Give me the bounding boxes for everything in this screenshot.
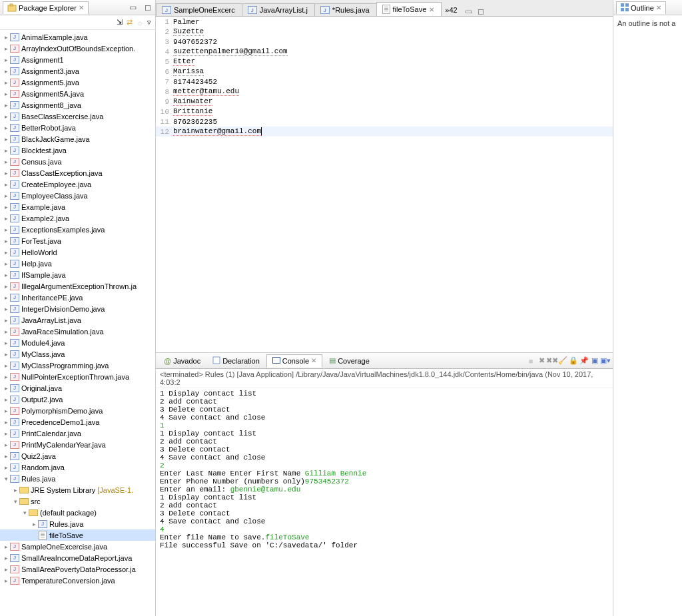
disclosure-icon[interactable]: ▸ [3,362,9,369]
disclosure-icon[interactable]: ▸ [3,125,9,131]
tree-item[interactable]: ▸ J PrintCalendar.java [0,428,155,439]
disclosure-icon[interactable]: ▸ [3,170,9,176]
disclosure-icon[interactable]: ▸ [3,238,9,244]
tree-item[interactable]: ▸ J Random.java [0,462,155,473]
tree-item[interactable]: ▸ J ClassCastException.java [0,167,155,178]
tab-coverage[interactable]: ▤ Coverage [324,355,375,366]
link-editor-icon[interactable]: ⇄ [127,18,133,27]
editor-line[interactable]: 6 Marissa [156,67,613,77]
disclosure-icon[interactable]: ▸ [3,396,9,403]
disclosure-icon[interactable]: ▸ [3,226,9,233]
tree-item[interactable]: ▸ J Assignment3.java [0,65,155,77]
package-explorer-tree[interactable]: ▸ J AnimalExample.java ▸ J ArrayIndexOut… [0,30,155,616]
editor-line[interactable]: 7 8174423452 [156,77,613,87]
tree-item[interactable]: ▸ J AnimalExample.java [0,31,155,43]
disclosure-icon[interactable]: ▸ [3,136,9,143]
disclosure-icon[interactable]: ▸ [3,158,9,165]
disclosure-icon[interactable]: ▸ [3,374,9,380]
disclosure-icon[interactable]: ▸ [3,79,9,86]
editor-line[interactable]: 11 8762362235 [156,117,613,127]
disclosure-icon[interactable]: ▸ [3,102,9,109]
tree-item[interactable]: ▸ J IllegalArgumentExceptionThrown.ja [0,280,155,292]
tab-javadoc[interactable]: @ Javadoc [159,356,206,366]
disclosure-icon[interactable]: ▾ [21,509,28,516]
tree-item[interactable]: ▸ J IfSample.java [0,269,155,280]
tree-item[interactable]: ▸ J IntegerDivisionDemo.java [0,303,155,314]
disclosure-icon[interactable]: ▸ [3,57,9,63]
disclosure-icon[interactable]: ▸ [3,91,9,97]
editor-line[interactable]: 1 Palmer [156,17,613,27]
tree-item[interactable]: ▸ J Example2.java [0,212,155,224]
close-icon[interactable]: ✕ [429,6,434,13]
pin-console-icon[interactable]: 📌 [579,356,589,365]
tree-item[interactable]: ▾ J Rules.java [0,473,155,484]
editor-tab-rules[interactable]: J *Rules.java [314,3,377,16]
disclosure-icon[interactable]: ▸ [3,249,9,256]
tree-item[interactable]: ▸ J MyClass.java [0,348,155,360]
disclosure-icon[interactable]: ▸ [3,113,9,120]
disclosure-icon[interactable]: ▸ [3,317,9,324]
disclosure-icon[interactable]: ▸ [3,306,9,312]
tree-item[interactable]: ▸ J Help.java [0,258,155,269]
tree-item[interactable]: ▸ J SmallAreaIncomeDataReport.java [0,552,155,563]
close-icon[interactable]: ✕ [656,4,661,11]
editor-line[interactable]: 2 Suzette [156,27,613,37]
tree-item[interactable]: ▸ J Module4.java [0,337,155,348]
disclosure-icon[interactable]: ▸ [3,147,9,154]
disclosure-icon[interactable]: ▸ [3,543,9,550]
disclosure-icon[interactable]: ▸ [3,340,9,346]
tree-item[interactable]: ▸ J Blocktest.java [0,145,155,156]
tree-item[interactable]: ▸ J ForTest.java [0,235,155,246]
editor-line[interactable]: 9 Rainwater [156,97,613,107]
tree-item[interactable]: ▸ J ExceptionsExamples.java [0,224,155,235]
tree-item[interactable]: fileToSave [0,529,155,541]
disclosure-icon[interactable]: ▸ [3,45,9,52]
editor-line[interactable]: 12 brainwater@gmail.com [156,127,613,137]
disclosure-icon[interactable]: ▸ [3,453,9,460]
disclosure-icon[interactable]: ▸ [3,351,9,358]
tree-item[interactable]: ▸ J BlackJackGame.java [0,133,155,145]
disclosure-icon[interactable]: ▸ [12,487,19,493]
remove-launch-icon[interactable]: ✖ [537,356,546,365]
tree-item[interactable]: ▸ J BaseClassExcercise.java [0,111,155,122]
disclosure-icon[interactable]: ▸ [3,408,9,414]
close-icon[interactable]: ✕ [79,4,84,11]
disclosure-icon[interactable]: ▸ [3,181,9,188]
editor-line[interactable]: 5 Etter [156,57,613,67]
editor-tab-filetosave[interactable]: fileToSave ✕ [376,2,442,16]
tree-item[interactable]: ▸ J BetterRobot.java [0,122,155,133]
clear-console-icon[interactable]: 🧹 [558,356,567,365]
tree-item[interactable]: ▸ J Assignment5.java [0,77,155,88]
tree-item[interactable]: ▸ J HelloWorld [0,246,155,258]
editor-line[interactable]: 8 metter@tamu.edu [156,87,613,97]
tree-item[interactable]: ▾ (default package) [0,507,155,518]
tree-item[interactable]: ▸ J JavaRaceSimulation.java [0,326,155,337]
disclosure-icon[interactable]: ▸ [3,385,9,392]
editor-line[interactable]: 3 9407652372 [156,37,613,47]
tree-item[interactable]: ▸ J Assignment1 [0,54,155,65]
disclosure-icon[interactable]: ▸ [3,272,9,278]
minimize-icon[interactable]: ▭ [128,3,138,12]
disclosure-icon[interactable]: ▸ [3,294,9,301]
minimize-icon[interactable]: ▭ [465,7,472,16]
remove-all-icon[interactable]: ✖✖ [547,356,557,365]
tree-item[interactable]: ▸ J Output2.java [0,394,155,405]
disclosure-icon[interactable]: ▸ [3,260,9,267]
maximize-icon[interactable]: ◻ [143,3,153,12]
tree-item[interactable]: ▸ J PolymorphismDemo.java [0,405,155,416]
tree-item[interactable]: ▸ J Assignment8_java [0,99,155,111]
disclosure-icon[interactable]: ▸ [3,328,9,335]
editor-line[interactable]: 4 suzettenpalmer10@gmail.com [156,47,613,57]
editor-tab-sampleone[interactable]: J SampleOneExcerc [156,3,242,16]
disclosure-icon[interactable]: ▸ [3,419,9,426]
tree-item[interactable]: ▸ J PrintMyCalendarYear.java [0,439,155,450]
disclosure-icon[interactable]: ▸ [31,521,37,527]
disclosure-icon[interactable]: ▸ [3,430,9,437]
disclosure-icon[interactable]: ▸ [3,464,9,471]
scroll-lock-icon[interactable]: 🔒 [569,356,578,365]
tree-item[interactable]: ▸ J Quiz2.java [0,450,155,462]
view-menu-icon[interactable]: ▿ [147,18,151,27]
tree-item[interactable]: ▸ J NullPointerExceptionThrown.java [0,371,155,382]
disclosure-icon[interactable]: ▸ [3,577,9,584]
editor-line[interactable]: 10 Brittanie [156,107,613,117]
